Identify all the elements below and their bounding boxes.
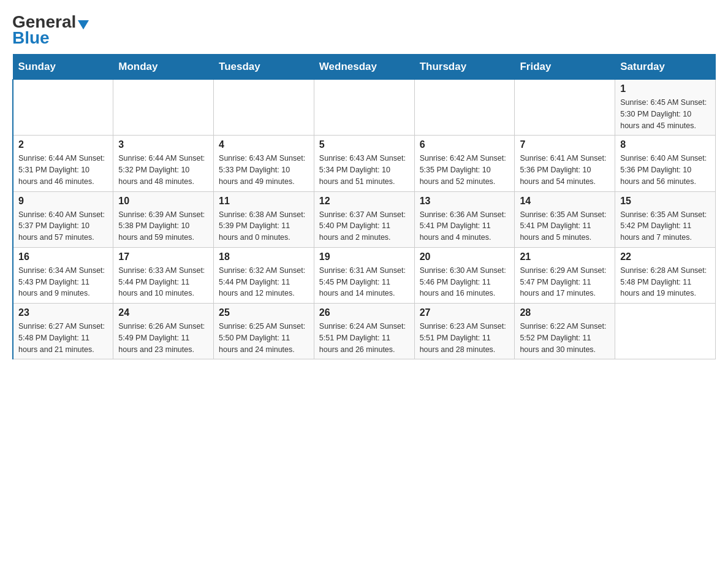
day-number: 1 <box>620 83 710 94</box>
day-number: 23 <box>18 307 108 318</box>
calendar-cell <box>113 80 214 136</box>
calendar-cell: 22Sunrise: 6:28 AM Sunset: 5:48 PM Dayli… <box>615 247 716 303</box>
calendar-cell: 25Sunrise: 6:25 AM Sunset: 5:50 PM Dayli… <box>214 304 314 359</box>
calendar-cell: 20Sunrise: 6:30 AM Sunset: 5:46 PM Dayli… <box>414 247 515 303</box>
day-info: Sunrise: 6:39 AM Sunset: 5:38 PM Dayligh… <box>118 209 208 243</box>
calendar-cell <box>314 80 414 136</box>
day-number: 6 <box>420 139 510 150</box>
weekday-header-sunday: Sunday <box>13 55 113 80</box>
calendar-cell: 9Sunrise: 6:40 AM Sunset: 5:37 PM Daylig… <box>13 191 113 247</box>
calendar-week-row: 9Sunrise: 6:40 AM Sunset: 5:37 PM Daylig… <box>13 191 716 247</box>
day-number: 12 <box>319 196 409 207</box>
day-number: 26 <box>319 307 409 318</box>
calendar-cell: 16Sunrise: 6:34 AM Sunset: 5:43 PM Dayli… <box>13 247 113 303</box>
calendar-cell: 2Sunrise: 6:44 AM Sunset: 5:31 PM Daylig… <box>13 136 113 191</box>
logo: General Blue <box>12 12 91 48</box>
day-number: 18 <box>219 251 309 262</box>
day-number: 4 <box>219 139 309 150</box>
day-number: 9 <box>18 196 108 207</box>
day-info: Sunrise: 6:36 AM Sunset: 5:41 PM Dayligh… <box>420 209 510 243</box>
calendar-cell: 4Sunrise: 6:43 AM Sunset: 5:33 PM Daylig… <box>214 136 314 191</box>
day-number: 20 <box>420 251 510 262</box>
day-info: Sunrise: 6:27 AM Sunset: 5:48 PM Dayligh… <box>18 321 108 355</box>
day-info: Sunrise: 6:38 AM Sunset: 5:39 PM Dayligh… <box>219 209 309 243</box>
header: General Blue <box>12 12 716 48</box>
day-info: Sunrise: 6:44 AM Sunset: 5:32 PM Dayligh… <box>118 153 208 187</box>
day-info: Sunrise: 6:22 AM Sunset: 5:52 PM Dayligh… <box>520 321 610 355</box>
day-number: 17 <box>118 251 208 262</box>
day-info: Sunrise: 6:43 AM Sunset: 5:34 PM Dayligh… <box>319 153 409 187</box>
day-number: 25 <box>219 307 309 318</box>
day-info: Sunrise: 6:25 AM Sunset: 5:50 PM Dayligh… <box>219 321 309 355</box>
day-info: Sunrise: 6:34 AM Sunset: 5:43 PM Dayligh… <box>18 265 108 299</box>
day-number: 2 <box>18 139 108 150</box>
day-number: 7 <box>520 139 610 150</box>
day-info: Sunrise: 6:37 AM Sunset: 5:40 PM Dayligh… <box>319 209 409 243</box>
calendar-cell <box>214 80 314 136</box>
calendar-cell: 27Sunrise: 6:23 AM Sunset: 5:51 PM Dayli… <box>414 304 515 359</box>
day-info: Sunrise: 6:35 AM Sunset: 5:41 PM Dayligh… <box>520 209 610 243</box>
day-info: Sunrise: 6:23 AM Sunset: 5:51 PM Dayligh… <box>420 321 510 355</box>
day-info: Sunrise: 6:33 AM Sunset: 5:44 PM Dayligh… <box>118 265 208 299</box>
day-number: 5 <box>319 139 409 150</box>
day-number: 11 <box>219 196 309 207</box>
calendar-cell: 23Sunrise: 6:27 AM Sunset: 5:48 PM Dayli… <box>13 304 113 359</box>
calendar-cell: 17Sunrise: 6:33 AM Sunset: 5:44 PM Dayli… <box>113 247 214 303</box>
day-info: Sunrise: 6:43 AM Sunset: 5:33 PM Dayligh… <box>219 153 309 187</box>
calendar-cell: 14Sunrise: 6:35 AM Sunset: 5:41 PM Dayli… <box>515 191 615 247</box>
calendar-cell <box>414 80 515 136</box>
day-info: Sunrise: 6:28 AM Sunset: 5:48 PM Dayligh… <box>620 265 710 299</box>
day-number: 22 <box>620 251 710 262</box>
day-info: Sunrise: 6:44 AM Sunset: 5:31 PM Dayligh… <box>18 153 108 187</box>
calendar-cell: 26Sunrise: 6:24 AM Sunset: 5:51 PM Dayli… <box>314 304 414 359</box>
calendar-cell: 19Sunrise: 6:31 AM Sunset: 5:45 PM Dayli… <box>314 247 414 303</box>
day-number: 3 <box>118 139 208 150</box>
calendar-cell: 13Sunrise: 6:36 AM Sunset: 5:41 PM Dayli… <box>414 191 515 247</box>
day-number: 19 <box>319 251 409 262</box>
day-number: 10 <box>118 196 208 207</box>
calendar-cell: 28Sunrise: 6:22 AM Sunset: 5:52 PM Dayli… <box>515 304 615 359</box>
calendar-week-row: 16Sunrise: 6:34 AM Sunset: 5:43 PM Dayli… <box>13 247 716 303</box>
calendar-week-row: 2Sunrise: 6:44 AM Sunset: 5:31 PM Daylig… <box>13 136 716 191</box>
weekday-header-saturday: Saturday <box>615 55 716 80</box>
day-number: 16 <box>18 251 108 262</box>
day-number: 28 <box>520 307 610 318</box>
calendar-table: SundayMondayTuesdayWednesdayThursdayFrid… <box>12 54 716 359</box>
calendar-cell: 24Sunrise: 6:26 AM Sunset: 5:49 PM Dayli… <box>113 304 214 359</box>
logo-triangle-icon <box>78 20 89 29</box>
day-info: Sunrise: 6:26 AM Sunset: 5:49 PM Dayligh… <box>118 321 208 355</box>
day-info: Sunrise: 6:31 AM Sunset: 5:45 PM Dayligh… <box>319 265 409 299</box>
day-info: Sunrise: 6:45 AM Sunset: 5:30 PM Dayligh… <box>620 97 710 131</box>
weekday-header-wednesday: Wednesday <box>314 55 414 80</box>
calendar-cell: 11Sunrise: 6:38 AM Sunset: 5:39 PM Dayli… <box>214 191 314 247</box>
day-info: Sunrise: 6:24 AM Sunset: 5:51 PM Dayligh… <box>319 321 409 355</box>
day-number: 14 <box>520 196 610 207</box>
day-info: Sunrise: 6:40 AM Sunset: 5:36 PM Dayligh… <box>620 153 710 187</box>
day-info: Sunrise: 6:40 AM Sunset: 5:37 PM Dayligh… <box>18 209 108 243</box>
calendar-cell: 15Sunrise: 6:35 AM Sunset: 5:42 PM Dayli… <box>615 191 716 247</box>
calendar-cell: 8Sunrise: 6:40 AM Sunset: 5:36 PM Daylig… <box>615 136 716 191</box>
calendar-cell: 7Sunrise: 6:41 AM Sunset: 5:36 PM Daylig… <box>515 136 615 191</box>
calendar-cell: 6Sunrise: 6:42 AM Sunset: 5:35 PM Daylig… <box>414 136 515 191</box>
calendar-cell <box>13 80 113 136</box>
day-info: Sunrise: 6:35 AM Sunset: 5:42 PM Dayligh… <box>620 209 710 243</box>
day-info: Sunrise: 6:41 AM Sunset: 5:36 PM Dayligh… <box>520 153 610 187</box>
logo-blue-text: Blue <box>12 28 50 47</box>
calendar-cell: 5Sunrise: 6:43 AM Sunset: 5:34 PM Daylig… <box>314 136 414 191</box>
day-number: 21 <box>520 251 610 262</box>
calendar-cell <box>515 80 615 136</box>
calendar-cell: 18Sunrise: 6:32 AM Sunset: 5:44 PM Dayli… <box>214 247 314 303</box>
calendar-week-row: 23Sunrise: 6:27 AM Sunset: 5:48 PM Dayli… <box>13 304 716 359</box>
calendar-week-row: 1Sunrise: 6:45 AM Sunset: 5:30 PM Daylig… <box>13 80 716 136</box>
calendar-cell: 21Sunrise: 6:29 AM Sunset: 5:47 PM Dayli… <box>515 247 615 303</box>
calendar-cell <box>615 304 716 359</box>
weekday-header-tuesday: Tuesday <box>214 55 314 80</box>
weekday-header-monday: Monday <box>113 55 214 80</box>
day-info: Sunrise: 6:42 AM Sunset: 5:35 PM Dayligh… <box>420 153 510 187</box>
day-number: 8 <box>620 139 710 150</box>
weekday-header-thursday: Thursday <box>414 55 515 80</box>
day-number: 13 <box>420 196 510 207</box>
day-number: 15 <box>620 196 710 207</box>
calendar-cell: 12Sunrise: 6:37 AM Sunset: 5:40 PM Dayli… <box>314 191 414 247</box>
day-info: Sunrise: 6:32 AM Sunset: 5:44 PM Dayligh… <box>219 265 309 299</box>
